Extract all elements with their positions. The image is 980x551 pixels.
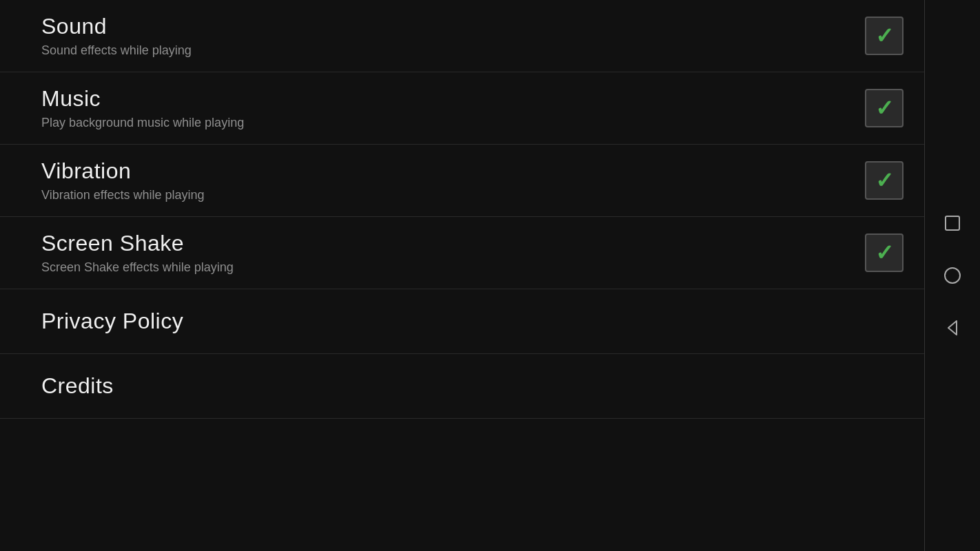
sound-checkbox[interactable]: ✓ [865,17,904,55]
sound-title: Sound [41,14,192,39]
music-subtitle: Play background music while playing [41,116,244,130]
vibration-checkbox[interactable]: ✓ [865,161,904,200]
sound-subtitle: Sound effects while playing [41,43,192,58]
privacy-policy-item[interactable]: Privacy Policy [0,289,924,354]
vibration-checkmark-icon: ✓ [875,169,894,191]
screen-shake-text-group: Screen Shake Screen Shake effects while … [41,231,234,275]
screen-shake-setting-item[interactable]: Screen Shake Screen Shake effects while … [0,217,924,289]
credits-title: Credits [41,373,114,398]
vibration-setting-item[interactable]: Vibration Vibration effects while playin… [0,145,924,217]
sound-setting-item[interactable]: Sound Sound effects while playing ✓ [0,0,924,72]
music-checkbox[interactable]: ✓ [865,89,904,127]
music-checkmark-icon: ✓ [875,97,894,119]
music-title: Music [41,86,244,112]
vibration-subtitle: Vibration effects while playing [41,188,204,202]
svg-rect-0 [946,216,959,230]
recent-apps-button[interactable] [940,211,965,236]
home-button[interactable] [940,263,965,288]
privacy-policy-title: Privacy Policy [41,309,183,333]
vibration-text-group: Vibration Vibration effects while playin… [41,158,204,202]
screen-shake-checkmark-icon: ✓ [875,242,894,264]
svg-marker-2 [948,321,957,335]
back-button[interactable] [940,315,965,340]
screen-shake-title: Screen Shake [41,231,234,256]
screen-shake-subtitle: Screen Shake effects while playing [41,260,234,275]
screen-shake-checkbox[interactable]: ✓ [865,233,904,272]
music-setting-item[interactable]: Music Play background music while playin… [0,72,924,145]
credits-item[interactable]: Credits [0,354,924,419]
sound-text-group: Sound Sound effects while playing [41,14,192,58]
svg-point-1 [945,268,960,283]
vibration-title: Vibration [41,158,204,184]
settings-list: Sound Sound effects while playing ✓ Musi… [0,0,925,551]
sound-checkmark-icon: ✓ [875,25,894,47]
music-text-group: Music Play background music while playin… [41,86,244,130]
android-nav-bar [925,0,980,551]
